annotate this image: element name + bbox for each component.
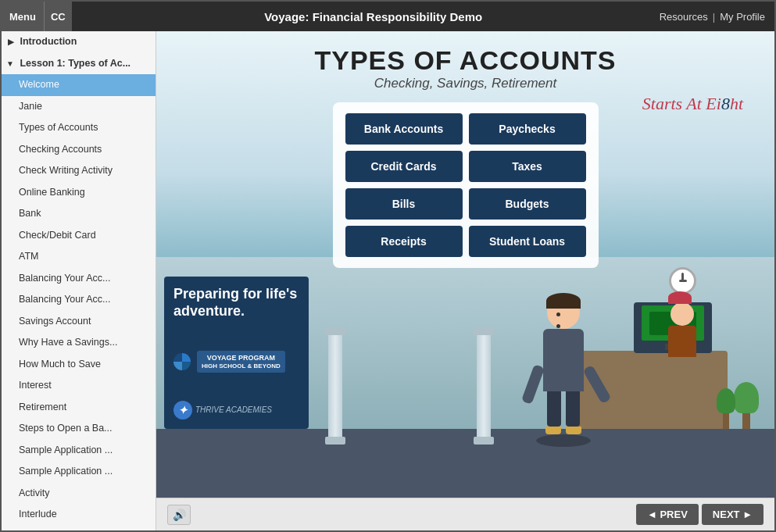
char-shoe-right (566, 427, 581, 434)
paychecks-button[interactable]: Paychecks (469, 113, 586, 145)
sidebar-item-checkwriting[interactable]: Check Writing Activity (2, 160, 156, 182)
sidebar-item-activity[interactable]: Activity (2, 483, 156, 505)
sidebar-item-whysavings[interactable]: Why Have a Savings... (2, 332, 156, 354)
sidebar-item-interlude[interactable]: Interlude (2, 504, 156, 526)
column-cap-top (325, 327, 345, 335)
teller-hair (668, 291, 692, 304)
cc-button[interactable]: CC (44, 2, 72, 31)
scene-title-block: TYPES OF ACCOUNTS Checking, Savings, Ret… (315, 31, 617, 95)
voyage-logo: VOYAGE PROGRAM HIGH SCHOOL & BEYOND (197, 351, 285, 373)
bank-column-left (328, 327, 342, 429)
sidebar-item-howmuch[interactable]: How Much to Save (2, 354, 156, 376)
volume-button[interactable]: 🔊 (167, 505, 191, 525)
column-cap-bottom2 (474, 437, 494, 445)
app-title: Voyage: Financial Responsibility Demo (72, 10, 660, 23)
app-container: Menu CC Voyage: Financial Responsibility… (0, 0, 776, 532)
character-body (543, 329, 584, 391)
character-face (553, 307, 574, 320)
teller-head-area (668, 290, 696, 326)
taxes-button[interactable]: Taxes (469, 151, 586, 182)
next-button[interactable]: NEXT ► (702, 504, 763, 525)
bank-tree-2 (717, 388, 735, 429)
accounts-grid: Bank Accounts Paychecks Credit Cards Tax… (333, 102, 599, 268)
character-legs (532, 391, 595, 427)
character-torso-area (532, 329, 595, 391)
character-shoes (532, 427, 595, 434)
budgets-button[interactable]: Budgets (469, 188, 586, 220)
sidebar-item-balancing1[interactable]: Balancing Your Acc... (2, 268, 156, 290)
student-loans-button[interactable]: Student Loans (469, 226, 586, 257)
bank-column-right (477, 327, 491, 429)
sidebar-item-sample2[interactable]: Sample Application ... (2, 461, 156, 483)
char-eye-left (556, 312, 560, 316)
scene: TYPES OF ACCOUNTS Checking, Savings, Ret… (156, 31, 774, 498)
advert-logo-area: VOYAGE PROGRAM HIGH SCHOOL & BEYOND (173, 351, 299, 373)
bottom-bar: 🔊 ◄ PREV NEXT ► (156, 498, 774, 530)
profile-link[interactable]: My Profile (720, 11, 765, 23)
prev-button[interactable]: ◄ PREV (636, 504, 699, 525)
sidebar-item-lesson1[interactable]: ▼ Lesson 1: Types of Ac... (2, 53, 156, 75)
sidebar-item-atm[interactable]: ATM (2, 246, 156, 268)
receipts-button[interactable]: Receipts (345, 226, 463, 257)
sidebar-item-janie[interactable]: Janie (2, 96, 156, 118)
top-bar-links: Resources | My Profile (660, 11, 774, 23)
nav-buttons: ◄ PREV NEXT ► (636, 504, 763, 525)
link-separator: | (713, 11, 715, 23)
menu-button[interactable]: Menu (2, 2, 44, 31)
teller-face (671, 302, 694, 326)
brand-text: Starts At Ei8ht (642, 94, 743, 114)
advertisement-box: Preparing for life's adventure. VOYAGE P… (164, 277, 309, 429)
character-hair (546, 293, 581, 309)
top-bar: Menu CC Voyage: Financial Responsibility… (2, 2, 774, 31)
character-shadow (536, 434, 591, 447)
char-shoe-left (545, 427, 561, 434)
scene-main-title: TYPES OF ACCOUNTS (315, 45, 617, 76)
globe-icon (173, 353, 191, 370)
sidebar-item-interest[interactable]: Interest (2, 375, 156, 397)
main-layout: ▶ Introduction ▼ Lesson 1: Types of Ac..… (2, 31, 774, 530)
credit-cards-button[interactable]: Credit Cards (345, 151, 463, 182)
expand-icon: ▼ (6, 59, 14, 70)
sidebar-item-balancing2[interactable]: Balancing Your Acc... (2, 289, 156, 311)
sidebar-item-retirement[interactable]: Retirement (2, 397, 156, 419)
sidebar-item-welcome[interactable]: Welcome (2, 74, 156, 96)
character-head (547, 296, 580, 329)
advert-headline: Preparing for life's adventure. (173, 286, 299, 320)
resources-link[interactable]: Resources (660, 11, 708, 23)
sidebar-item-sample1[interactable]: Sample Application ... (2, 440, 156, 462)
bank-tree-1 (734, 382, 759, 429)
char-leg-right (566, 391, 580, 427)
bills-button[interactable]: Bills (345, 188, 463, 220)
sidebar-item-introduction[interactable]: ▶ Introduction (2, 31, 156, 53)
bank-teller (668, 290, 696, 357)
bank-floor (156, 427, 774, 498)
sidebar-item-stepsopen[interactable]: Steps to Open a Ba... (2, 418, 156, 440)
sidebar-item-checking[interactable]: Checking Accounts (2, 139, 156, 161)
scene-subtitle: Checking, Savings, Retirement (315, 76, 617, 91)
thrive-icon: ✦ (173, 401, 192, 420)
column-cap-top2 (474, 327, 494, 335)
thrive-logo: ✦ THRIVE ACADEMIES (173, 401, 299, 420)
sidebar: ▶ Introduction ▼ Lesson 1: Types of Ac..… (2, 31, 156, 530)
character-person (532, 296, 595, 429)
sidebar-item-types[interactable]: Types of Accounts (2, 117, 156, 139)
sidebar-item-lesson2[interactable]: ▶ Lesson 2: Understan... (2, 526, 156, 531)
char-leg-left (547, 391, 561, 427)
char-eye-right (556, 324, 560, 328)
sidebar-item-savings[interactable]: Savings Account (2, 311, 156, 333)
teller-body (668, 326, 696, 357)
content-area: TYPES OF ACCOUNTS Checking, Savings, Ret… (156, 31, 774, 530)
bank-accounts-button[interactable]: Bank Accounts (345, 113, 463, 145)
column-cap-bottom (325, 437, 345, 445)
expand-icon: ▶ (8, 37, 14, 48)
sidebar-item-bank[interactable]: Bank (2, 203, 156, 225)
sidebar-item-online[interactable]: Online Banking (2, 182, 156, 204)
sidebar-item-checkdebit[interactable]: Check/Debit Card (2, 225, 156, 247)
